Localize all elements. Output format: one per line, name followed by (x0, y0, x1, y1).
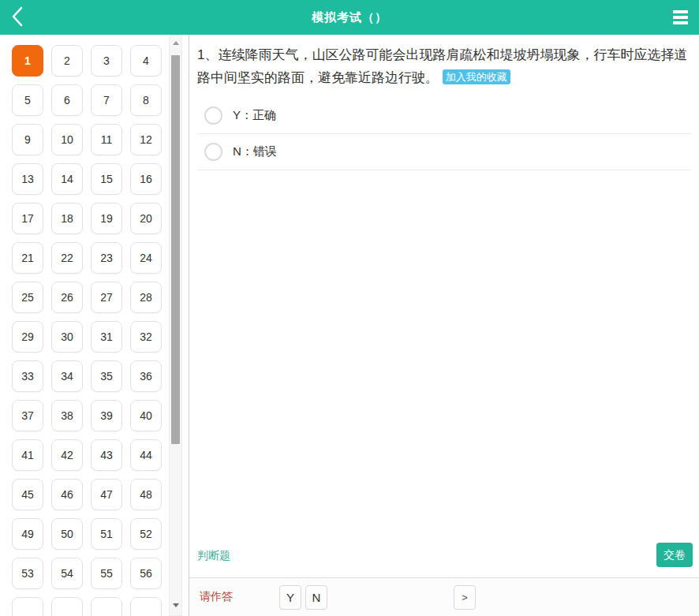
question-number-button[interactable]: 22 (51, 242, 83, 274)
add-to-favorites-badge[interactable]: 加入我的收藏 (443, 69, 510, 84)
option-label: Y：正确 (233, 108, 276, 123)
question-number-button[interactable]: 33 (12, 360, 43, 392)
question-number-button[interactable]: 21 (12, 242, 43, 274)
question-number-button[interactable]: 34 (51, 360, 83, 392)
question-number-button[interactable]: 43 (91, 439, 122, 471)
question-grid: 1234567891011121314151617181920212223242… (0, 35, 189, 616)
question-number-button[interactable]: 13 (12, 163, 43, 195)
question-number-button[interactable]: 46 (51, 479, 83, 510)
hamburger-icon (673, 10, 688, 24)
question-number-button[interactable]: 38 (51, 400, 83, 431)
radio-icon[interactable] (204, 106, 222, 125)
question-number-button[interactable]: 44 (130, 439, 162, 471)
question-number-button[interactable]: 7 (91, 84, 122, 116)
question-number-button[interactable]: 45 (12, 479, 43, 510)
question-number-button[interactable]: 9 (12, 124, 43, 155)
question-footer: 判断题 交卷 (197, 543, 693, 567)
question-number-button[interactable] (130, 597, 162, 616)
option-row-y[interactable]: Y：正确 (197, 98, 691, 134)
question-type-label: 判断题 (197, 549, 230, 567)
chevron-left-icon (11, 6, 24, 29)
question-number-button[interactable]: 39 (91, 400, 122, 431)
question-number-button[interactable]: 19 (91, 203, 122, 234)
question-area: 1、连续降雨天气，山区公路可能会出现路肩疏松和堤坡坍塌现象，行车时应选择道路中间… (189, 35, 699, 577)
question-number-button[interactable]: 27 (91, 282, 122, 313)
question-number-button[interactable] (91, 597, 122, 616)
question-number-button[interactable]: 36 (130, 360, 162, 392)
question-number-button[interactable]: 3 (91, 45, 122, 77)
question-number-button[interactable]: 17 (12, 203, 43, 234)
radio-icon[interactable] (204, 143, 222, 161)
mock-exam-app: 模拟考试（） 123456789101112131415161718192021… (0, 0, 699, 616)
question-number-button[interactable]: 41 (12, 439, 43, 471)
page-title: 模拟考试（） (312, 10, 387, 25)
question-number-button[interactable]: 10 (51, 124, 83, 155)
question-number-button[interactable]: 49 (12, 518, 43, 550)
question-number-button[interactable]: 48 (130, 479, 162, 510)
answer-prompt: 请作答 (200, 590, 234, 604)
question-number-button[interactable]: 28 (130, 282, 162, 313)
scroll-down-icon[interactable] (170, 598, 181, 612)
question-number-button[interactable]: 54 (51, 558, 83, 589)
question-number-button[interactable]: 11 (91, 124, 122, 155)
question-number-button[interactable]: 32 (130, 321, 162, 353)
submit-exam-button[interactable]: 交卷 (656, 543, 693, 567)
question-number-button[interactable]: 16 (130, 163, 162, 195)
question-number-button[interactable]: 52 (130, 518, 162, 550)
question-number-button[interactable]: 26 (51, 282, 83, 313)
question-number-button[interactable] (12, 597, 43, 616)
question-number-button[interactable]: 4 (130, 45, 162, 77)
header: 模拟考试（） (0, 0, 699, 35)
question-number-button[interactable]: 37 (12, 400, 43, 431)
question-number-button[interactable]: 31 (91, 321, 122, 353)
next-question-button[interactable]: > (454, 585, 476, 610)
option-row-n[interactable]: N：错误 (197, 134, 691, 170)
options-list: Y：正确 N：错误 (197, 98, 691, 170)
question-number-button[interactable]: 40 (130, 400, 162, 431)
question-number-button[interactable]: 18 (51, 203, 83, 234)
question-number-button[interactable]: 56 (130, 558, 162, 589)
question-number-button[interactable]: 30 (51, 321, 83, 353)
question-number-button[interactable]: 55 (91, 558, 122, 589)
question-number-button[interactable]: 50 (51, 518, 83, 550)
answer-y-button[interactable]: Y (279, 585, 301, 610)
question-number-button[interactable]: 15 (91, 163, 122, 195)
question-number-button[interactable]: 6 (51, 84, 83, 116)
back-button[interactable] (11, 7, 32, 28)
answer-n-button[interactable]: N (305, 585, 327, 610)
question-number-button[interactable]: 47 (91, 479, 122, 510)
question-number-button[interactable]: 1 (12, 45, 43, 77)
question-number-button[interactable]: 42 (51, 439, 83, 471)
question-number-button[interactable]: 35 (91, 360, 122, 392)
question-number-button[interactable]: 23 (91, 242, 122, 274)
answer-bar: 请作答 Y N > (189, 577, 699, 616)
question-number-button[interactable]: 12 (130, 124, 162, 155)
body-row: 1234567891011121314151617181920212223242… (0, 35, 699, 616)
question-text-block: 1、连续降雨天气，山区公路可能会出现路肩疏松和堤坡坍塌现象，行车时应选择道路中间… (197, 43, 691, 89)
question-number-button[interactable]: 5 (12, 84, 43, 116)
question-number-button[interactable]: 51 (91, 518, 122, 550)
question-number-button[interactable]: 25 (12, 282, 43, 313)
question-number-button[interactable] (51, 597, 83, 616)
menu-button[interactable] (673, 6, 688, 28)
question-number-button[interactable]: 14 (51, 163, 83, 195)
main-panel: 1、连续降雨天气，山区公路可能会出现路肩疏松和堤坡坍塌现象，行车时应选择道路中间… (189, 35, 699, 616)
question-number-button[interactable]: 8 (130, 84, 162, 116)
question-number-button[interactable]: 2 (51, 45, 83, 77)
question-number-button[interactable]: 29 (12, 321, 43, 353)
question-number-button[interactable]: 20 (130, 203, 162, 234)
scrollbar-thumb[interactable] (171, 55, 180, 444)
scroll-up-icon[interactable] (170, 35, 181, 50)
sidebar-scrollbar[interactable] (169, 35, 182, 616)
question-number-sidebar: 1234567891011121314151617181920212223242… (0, 35, 189, 616)
question-number-button[interactable]: 24 (130, 242, 162, 274)
option-label: N：错误 (233, 144, 277, 159)
question-number-button[interactable]: 53 (12, 558, 43, 589)
